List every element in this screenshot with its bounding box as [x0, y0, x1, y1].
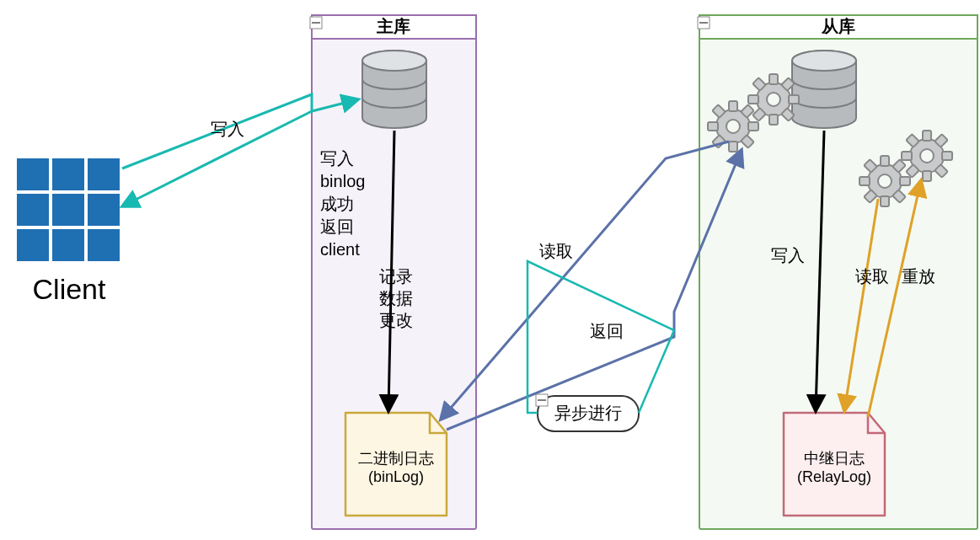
svg-rect-9 — [52, 158, 84, 190]
master-title: 主库 — [376, 17, 410, 35]
slave-db-icon — [792, 51, 856, 128]
svg-rect-30 — [748, 122, 758, 131]
slave-replay-label: 重放 — [902, 267, 935, 286]
svg-rect-12 — [52, 194, 84, 226]
slave-read-label: 读取 — [855, 267, 889, 286]
rec2: 数据 — [379, 289, 413, 307]
svg-rect-15 — [52, 229, 84, 261]
svg-point-36 — [767, 93, 780, 106]
client-icon — [15, 157, 121, 263]
wb2: binlog — [320, 172, 365, 190]
svg-rect-48 — [881, 196, 889, 206]
svg-rect-40 — [789, 95, 799, 104]
wb5: client — [320, 240, 360, 259]
svg-rect-28 — [729, 142, 737, 152]
return-label: 返回 — [590, 322, 624, 340]
svg-rect-37 — [769, 74, 778, 84]
slave-title: 从库 — [821, 17, 855, 35]
svg-rect-58 — [923, 171, 931, 181]
svg-rect-49 — [860, 177, 870, 185]
svg-rect-59 — [902, 152, 912, 160]
svg-point-46 — [878, 174, 892, 188]
svg-point-56 — [920, 149, 934, 163]
svg-rect-39 — [748, 95, 758, 104]
svg-point-26 — [726, 120, 740, 133]
read-label: 读取 — [539, 242, 573, 260]
relaylog-line1: 中继日志 — [804, 450, 865, 467]
relaylog-file-icon: 中继日志 (RelayLog) — [784, 413, 885, 516]
wb4: 返回 — [320, 217, 354, 236]
svg-point-24 — [792, 51, 856, 71]
wb1: 写入 — [320, 149, 354, 168]
svg-rect-38 — [769, 115, 778, 125]
io-read-arrows — [441, 142, 742, 430]
svg-rect-14 — [17, 229, 49, 261]
svg-rect-11 — [17, 194, 49, 226]
svg-rect-29 — [708, 122, 718, 131]
rec3: 更改 — [379, 311, 413, 329]
slave-write-label: 写入 — [771, 246, 805, 265]
svg-rect-8 — [17, 158, 49, 190]
svg-rect-60 — [942, 152, 952, 160]
async-box: 异步进行 — [536, 394, 639, 431]
svg-rect-50 — [900, 177, 910, 185]
svg-rect-13 — [88, 194, 120, 226]
svg-rect-47 — [881, 156, 889, 166]
svg-rect-57 — [923, 131, 931, 141]
svg-rect-10 — [88, 158, 120, 190]
write-label: 写入 — [211, 120, 244, 138]
binlog-line1: 二进制日志 — [358, 450, 434, 467]
svg-rect-27 — [729, 101, 737, 111]
master-db-icon — [362, 51, 426, 128]
wb3: 成功 — [320, 195, 354, 213]
svg-point-22 — [362, 51, 426, 71]
client-label: Client — [33, 273, 106, 305]
binlog-line2: (binLog) — [368, 468, 424, 485]
rec1: 记录 — [379, 267, 413, 286]
async-label: 异步进行 — [554, 404, 622, 422]
binlog-file-icon: 二进制日志 (binLog) — [345, 413, 447, 516]
svg-rect-16 — [88, 229, 120, 261]
relaylog-line2: (RelayLog) — [797, 468, 871, 485]
